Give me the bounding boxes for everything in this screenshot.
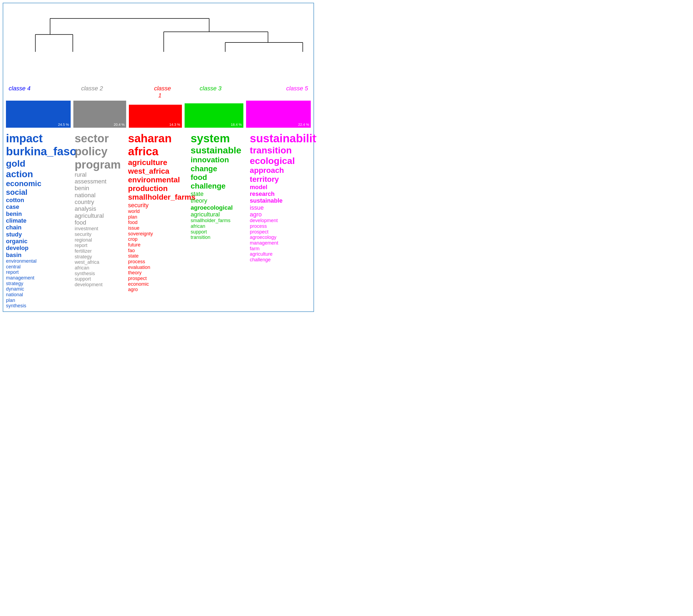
word-c2-18: african (75, 265, 89, 271)
word-c3-12: support (191, 229, 207, 235)
word-c1-0: saharan (128, 132, 172, 145)
word-c1-4: environmental (128, 176, 180, 184)
box-c1: 14.3 % (129, 105, 182, 128)
word-col-c5: sustainabilitytransitionecologicalapproa… (250, 132, 311, 309)
dendrogram-svg (6, 6, 311, 82)
word-c3-6: state (191, 190, 203, 197)
word-c1-11: issue (128, 225, 139, 231)
word-c1-20: prospect (128, 276, 147, 281)
word-c5-16: agriculture (250, 251, 273, 257)
word-c2-13: regional (75, 237, 92, 243)
word-c4-6: cotton (6, 197, 24, 203)
word-c3-4: food (191, 173, 207, 182)
word-c4-18: management (6, 275, 34, 281)
word-c5-17: challenge (250, 257, 271, 263)
pct-c2: 20.4 % (114, 123, 124, 127)
word-c4-4: economic (6, 179, 41, 188)
word-c2-8: analysis (75, 205, 96, 212)
word-c2-5: benin (75, 185, 89, 191)
word-c2-16: strategy (75, 254, 92, 260)
word-c1-22: agro (128, 287, 138, 292)
word-c1-15: fao (128, 248, 135, 253)
word-c5-1: transition (250, 145, 292, 156)
word-c3-5: challenge (191, 182, 225, 190)
word-c2-4: assessment (75, 178, 106, 185)
main-container: classe 4 classe 2 classe 1 classe 3 clas… (3, 3, 314, 312)
word-c4-12: organic (6, 238, 27, 245)
word-c4-16: central (6, 264, 21, 270)
word-c4-0: impact (6, 132, 42, 145)
word-c5-8: issue (250, 204, 264, 211)
word-c1-16: state (128, 253, 139, 259)
word-c1-17: process (128, 259, 145, 265)
word-c4-19: strategy (6, 281, 23, 287)
word-c5-13: agroecology (250, 234, 276, 240)
word-c4-22: plan (6, 297, 15, 303)
word-c4-5: social (6, 188, 27, 197)
word-c3-8: agroecological (191, 204, 233, 211)
word-c1-10: food (128, 220, 138, 225)
word-c2-2: program (75, 158, 121, 171)
word-c2-7: country (75, 199, 94, 205)
word-c1-1: africa (128, 145, 158, 158)
word-c5-4: territory (250, 175, 279, 184)
word-c3-7: theory (191, 197, 207, 204)
word-c5-11: process (250, 223, 267, 229)
word-c3-2: innovation (191, 156, 229, 164)
word-c2-10: food (75, 219, 86, 226)
word-c2-19: synthesis (75, 271, 95, 276)
word-c4-13: develop (6, 245, 28, 251)
word-c2-20: support (75, 276, 91, 282)
pct-c1: 14.3 % (169, 123, 180, 127)
word-c2-1: policy (75, 145, 107, 158)
word-col-c3: systemsustainableinnovationchangefoodcha… (191, 132, 248, 309)
word-c4-1: burkina_faso (6, 145, 77, 158)
word-col-c1: saharanafricaagriculturewest_africaenvir… (128, 132, 189, 309)
word-c4-8: benin (6, 210, 22, 217)
pct-c5: 22.4 % (298, 123, 309, 127)
box-c2: 20.4 % (73, 101, 126, 128)
box-c4: 24.5 % (6, 101, 71, 128)
box-c5: 22.4 % (246, 101, 311, 128)
word-col-c4: impactburkina_fasogoldactioneconomicsoci… (6, 132, 73, 309)
word-c1-3: west_africa (128, 167, 170, 176)
word-c4-14: basin (6, 252, 21, 258)
class-label-c2: classe 2 (81, 85, 103, 92)
word-c2-11: investment (75, 226, 98, 231)
word-col-c2: sectorpolicyprogramruralassessmentbeninn… (75, 132, 126, 309)
pct-c3: 18.4 % (231, 123, 242, 127)
word-c4-15: environmental (6, 258, 37, 264)
word-c4-10: chain (6, 224, 21, 231)
word-c2-3: rural (75, 171, 87, 178)
word-c5-6: research (250, 190, 275, 197)
word-c3-0: system (191, 132, 230, 145)
word-c5-12: prospect (250, 229, 269, 235)
word-c1-6: smallholder_farms (128, 193, 195, 202)
word-c1-5: production (128, 184, 167, 193)
word-c2-0: sector (75, 132, 109, 145)
word-c4-21: national (6, 292, 23, 297)
word-c1-2: agriculture (128, 158, 167, 167)
word-c2-17: west_africa (75, 260, 99, 265)
word-c1-9: plan (128, 214, 137, 220)
class-labels-row: classe 4 classe 2 classe 1 classe 3 clas… (6, 85, 311, 99)
word-c1-8: world (128, 209, 140, 214)
word-c5-5: model (250, 184, 268, 190)
word-c4-3: action (6, 169, 33, 179)
word-c5-15: farm (250, 246, 260, 252)
word-c4-17: report (6, 269, 19, 275)
word-c3-1: sustainable (191, 145, 241, 156)
word-c5-0: sustainability (250, 132, 317, 145)
word-c2-14: report (75, 243, 87, 248)
class-label-c3: classe 3 (194, 85, 222, 92)
word-c2-6: national (75, 192, 96, 199)
word-c4-9: climate (6, 217, 26, 224)
box-c3: 18.4 % (185, 103, 243, 128)
word-c4-20: dynamic (6, 286, 24, 292)
class-label-c5: classe 5 (286, 85, 308, 92)
word-c5-2: ecological (250, 156, 295, 166)
word-c4-11: study (6, 231, 22, 238)
word-c2-9: agricultural (75, 212, 104, 219)
pct-c4: 24.5 % (58, 123, 69, 127)
word-c5-9: agro (250, 211, 262, 218)
